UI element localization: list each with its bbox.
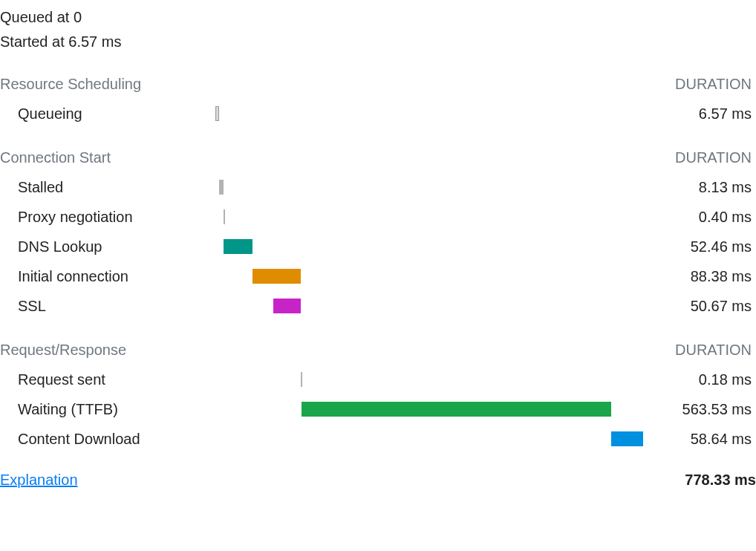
started-at-line: Started at 6.57 ms	[0, 30, 756, 55]
timing-bar	[224, 209, 225, 224]
timing-row: Proxy negotiation0.40 ms	[0, 202, 756, 232]
timing-row: Stalled8.13 ms	[0, 172, 756, 202]
timing-row-value: 0.18 ms	[667, 371, 756, 388]
section-header: Connection StartDURATION	[0, 149, 756, 166]
timing-bar	[301, 372, 302, 387]
timing-row-label: DNS Lookup	[0, 238, 215, 255]
timing-bar	[302, 402, 611, 417]
timing-row-value: 58.64 ms	[667, 431, 756, 448]
duration-column-header: DURATION	[675, 342, 756, 359]
timing-row-label: Request sent	[0, 371, 215, 388]
timing-row-value: 88.38 ms	[667, 268, 756, 285]
timing-row-value: 0.40 ms	[667, 209, 756, 226]
timing-row-value: 6.57 ms	[667, 105, 756, 123]
timing-row: SSL50.67 ms	[0, 291, 756, 321]
duration-column-header: DURATION	[675, 76, 756, 93]
timing-bar	[252, 269, 301, 284]
timing-bar-area	[215, 430, 667, 448]
timing-bar-area	[215, 297, 667, 315]
timing-row: DNS Lookup52.46 ms	[0, 232, 756, 261]
timing-bar-area	[215, 208, 667, 226]
timing-bar	[219, 180, 224, 195]
explanation-link[interactable]: Explanation	[0, 472, 78, 489]
timing-row-value: 8.13 ms	[667, 179, 756, 196]
section-title: Request/Response	[0, 342, 126, 359]
timing-row-value: 52.46 ms	[667, 238, 756, 255]
duration-column-header: DURATION	[675, 149, 756, 166]
timing-bar-area	[215, 105, 667, 123]
queued-at-line: Queued at 0	[0, 6, 756, 30]
timing-row: Content Download58.64 ms	[0, 424, 756, 454]
section-title: Connection Start	[0, 149, 111, 166]
timing-row: Queueing6.57 ms	[0, 99, 756, 128]
total-duration: 778.33 ms	[685, 472, 756, 489]
timing-row-value: 50.67 ms	[667, 298, 756, 315]
timing-row: Initial connection88.38 ms	[0, 261, 756, 291]
timing-bar-area	[215, 238, 667, 255]
timing-row-label: Proxy negotiation	[0, 209, 215, 226]
timing-bar-area	[215, 371, 667, 388]
timing-bar	[273, 299, 301, 313]
section-title: Resource Scheduling	[0, 76, 141, 93]
timing-row-label: Content Download	[0, 431, 215, 448]
timing-row: Waiting (TTFB)563.53 ms	[0, 394, 756, 424]
timing-bar-area	[215, 178, 667, 196]
timing-bar-area	[215, 400, 667, 418]
timing-row-label: Stalled	[0, 179, 215, 196]
timing-row-value: 563.53 ms	[667, 401, 756, 418]
section-header: Resource SchedulingDURATION	[0, 76, 756, 93]
timing-row-label: Waiting (TTFB)	[0, 401, 215, 418]
timing-row-label: SSL	[0, 298, 215, 315]
timing-row-label: Queueing	[0, 105, 215, 123]
timing-row-label: Initial connection	[0, 268, 215, 285]
timing-bar	[224, 239, 252, 254]
timing-bar	[215, 106, 219, 121]
timing-panel: Queued at 0 Started at 6.57 ms Resource …	[0, 0, 756, 502]
timing-bar-area	[215, 267, 667, 285]
section-header: Request/ResponseDURATION	[0, 342, 756, 359]
timing-row: Request sent0.18 ms	[0, 365, 756, 394]
timing-bar	[611, 431, 643, 446]
